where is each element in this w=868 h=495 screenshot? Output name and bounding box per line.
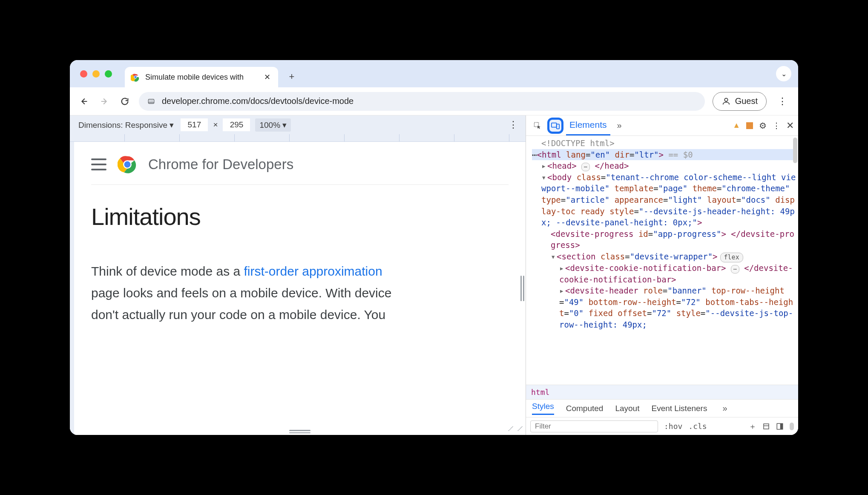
cls-toggle[interactable]: .cls [688,422,707,431]
browser-menu-button[interactable]: ⋮ [774,96,790,107]
page-heading: Limitations [91,203,509,230]
device-mode-pane: Dimensions: Responsive ▾ × 100% ▾ ⋮ [70,115,526,435]
address-bar[interactable]: developer.chrome.com/docs/devtools/devic… [139,92,705,111]
browser-tab[interactable]: Simulate mobile devices with ✕ [125,67,278,87]
width-input[interactable] [181,118,208,131]
chrome-logo-icon [118,155,137,174]
back-button[interactable] [78,95,90,108]
tab-search-button[interactable]: ⌄ [776,66,791,81]
styles-tabs-overflow[interactable]: » [719,403,730,413]
toggle-device-toolbar-button[interactable] [548,118,563,133]
dim-separator: × [213,120,218,130]
warning-icon[interactable]: ▲ [733,121,740,130]
page-header: Chrome for Developers [91,153,509,185]
devtools-tab-elements[interactable]: Elements [566,115,610,135]
reload-button[interactable] [118,95,131,108]
svg-rect-10 [557,124,559,129]
computed-styles-icon[interactable] [762,423,770,430]
devtools-close-button[interactable]: ✕ [786,120,794,131]
devtools-menu-button[interactable]: ⋮ [773,121,780,130]
zoom-label: 100% [259,121,280,130]
devtools-status-icons: ▲ ⚙ ⋮ ✕ [733,120,794,131]
chrome-favicon-icon [131,72,140,82]
styles-tab-styles[interactable]: Styles [532,402,554,415]
device-toolbar-menu[interactable]: ⋮ [509,119,518,130]
devices-icon [551,121,560,130]
viewport-frame: Chrome for Developers Limitations Think … [70,142,526,435]
reload-icon [120,97,129,106]
close-window-icon[interactable] [80,70,87,78]
styles-tab-events[interactable]: Event Listeners [651,404,707,413]
styles-toolbar: :hov .cls ＋ [526,417,798,435]
chevron-down-icon: ⌄ [781,70,787,78]
issues-icon[interactable] [746,122,753,129]
styles-tabbar: Styles Computed Layout Event Listeners » [526,399,798,417]
resize-handle-right[interactable] [520,276,525,301]
arrow-left-icon [79,97,89,106]
hamburger-icon[interactable] [91,158,106,170]
vertical-dots-icon: ⋮ [509,119,518,130]
browser-window: Simulate mobile devices with ✕ + ⌄ devel… [70,60,798,435]
svg-rect-11 [764,424,769,429]
dom-doctype: <!DOCTYPE html> [541,138,615,148]
fullscreen-window-icon[interactable] [105,70,112,78]
flex-badge[interactable]: flex [720,253,743,262]
site-settings-icon[interactable] [147,97,156,106]
svg-point-4 [724,98,727,101]
dimensions-dropdown[interactable]: Dimensions: Responsive ▾ [78,120,174,130]
rendered-page[interactable]: Chrome for Developers Limitations Think … [74,142,526,435]
close-tab-icon[interactable]: ✕ [262,72,272,82]
height-input[interactable] [223,118,250,131]
minimize-window-icon[interactable] [92,70,100,78]
body-link[interactable]: first-order approximation [244,264,382,278]
toggle-panel-icon[interactable] [776,423,784,430]
profile-label: Guest [735,96,758,106]
dom-tree[interactable]: <!DOCTYPE html> ⋯<html lang="en" dir="lt… [526,136,798,385]
content-area: Dimensions: Responsive ▾ × 100% ▾ ⋮ [70,115,798,435]
settings-icon[interactable]: ⚙ [759,121,767,131]
arrow-right-icon [100,97,109,106]
page-body: Think of device mode as a first-order ap… [91,260,509,325]
toolbar: developer.chrome.com/docs/devtools/devic… [70,87,798,115]
breadcrumb-item: html [531,388,549,397]
ruler[interactable] [70,134,526,142]
scrollbar-thumb[interactable] [790,423,794,430]
tab-title: Simulate mobile devices with [145,73,257,82]
svg-rect-13 [780,423,783,429]
scrollbar-thumb[interactable] [793,138,797,163]
hover-toggle[interactable]: :hov [664,422,682,431]
devtools-panel: Elements » ▲ ⚙ ⋮ ✕ <!DOCTYPE html> ⋯<htm… [526,115,798,435]
svg-rect-9 [552,123,557,127]
plus-icon: + [289,71,295,82]
new-style-rule-button[interactable]: ＋ [749,421,756,432]
inspect-element-button[interactable] [530,118,545,133]
inspect-icon [533,121,542,130]
resize-handle-corner[interactable]: ⟋⟋ [506,423,525,434]
body-text-3: don't actually run your code on a mobile… [91,308,385,322]
resize-handle-bottom[interactable] [289,430,310,433]
window-controls [80,70,112,78]
dom-breadcrumb[interactable]: html [526,385,798,399]
person-icon [721,97,731,106]
styles-tab-computed[interactable]: Computed [566,404,604,413]
tab-strip: Simulate mobile devices with ✕ + ⌄ [70,60,798,87]
profile-button[interactable]: Guest [713,92,767,111]
dimensions-label: Dimensions: Responsive [78,121,167,130]
body-text-2: page looks and feels on a mobile device.… [91,286,391,300]
styles-filter-input[interactable] [530,420,658,432]
devtools-tabs-overflow[interactable]: » [614,121,625,130]
devtools-tabbar: Elements » ▲ ⚙ ⋮ ✕ [526,115,798,136]
device-toolbar: Dimensions: Responsive ▾ × 100% ▾ ⋮ [70,115,526,134]
new-tab-button[interactable]: + [285,70,299,83]
styles-tab-layout[interactable]: Layout [615,404,639,413]
page-brand: Chrome for Developers [148,156,293,173]
body-text-1: Think of device mode as a [91,264,244,278]
zoom-dropdown[interactable]: 100% ▾ [255,118,291,132]
vertical-dots-icon: ⋮ [778,96,787,106]
dom-selected-marker: == $0 [664,150,693,159]
forward-button[interactable] [98,95,111,108]
url-text: developer.chrome.com/docs/devtools/devic… [162,96,354,106]
